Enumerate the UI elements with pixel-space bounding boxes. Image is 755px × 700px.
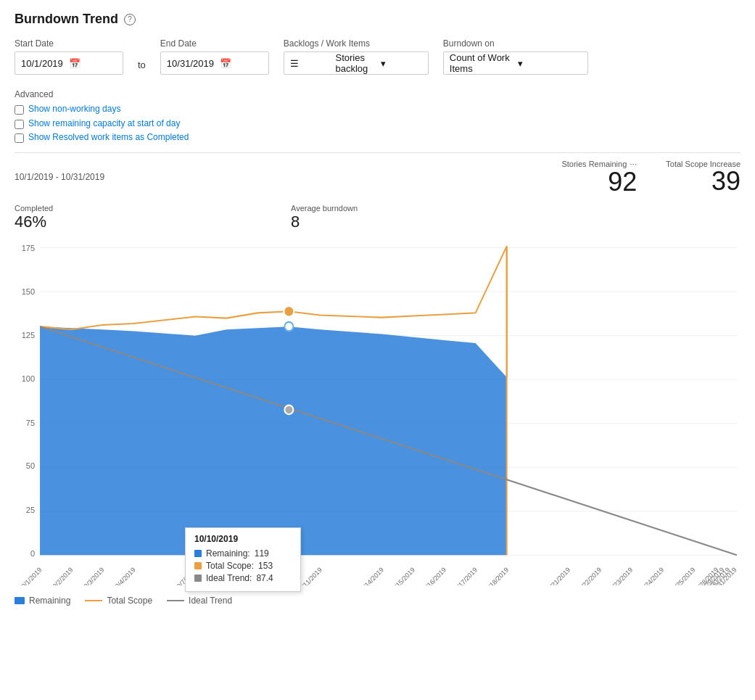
remaining-area [40, 326, 507, 555]
tooltip-remaining-label: Remaining: [206, 548, 250, 559]
to-separator: to [138, 59, 146, 75]
option3-row: Show Resolved work items as Completed [15, 132, 189, 144]
option1-checkbox[interactable] [15, 105, 24, 115]
stories-remaining-value: 92 [608, 169, 637, 195]
remaining-legend-label: Remaining [29, 596, 70, 606]
total-scope-dot [284, 306, 294, 317]
svg-text:50: 50 [26, 461, 35, 470]
backlogs-chevron-icon: ▾ [381, 58, 422, 69]
total-scope-legend: Total Scope [85, 596, 152, 606]
remaining-legend: Remaining [15, 596, 70, 606]
svg-text:10/14/2019: 10/14/2019 [357, 566, 385, 585]
backlogs-dropdown[interactable]: ☰ Stories backlog ▾ [284, 52, 429, 75]
backlog-icon: ☰ [290, 58, 331, 69]
option3-label[interactable]: Show Resolved work items as Completed [28, 132, 189, 144]
start-date-label: Start Date [15, 38, 123, 49]
svg-text:10/22/2019: 10/22/2019 [574, 566, 603, 585]
ideal-trend-legend-label: Ideal Trend [189, 596, 232, 606]
svg-text:10/23/2019: 10/23/2019 [606, 566, 634, 585]
completed-value: 46% [15, 213, 46, 231]
metrics-row: Completed 46% Average burndown 8 [15, 201, 740, 237]
svg-text:10/16/2019: 10/16/2019 [419, 566, 447, 585]
end-date-value: 10/31/2019 [167, 58, 214, 69]
stories-remaining-block: Stories Remaining ··· 92 [561, 159, 637, 195]
stats-right: Stories Remaining ··· 92 Total Scope Inc… [561, 159, 740, 195]
option2-row: Show remaining capacity at start of day [15, 118, 189, 130]
svg-text:125: 125 [22, 330, 35, 339]
ideal-trend-legend-line [167, 600, 184, 601]
remaining-dot [284, 322, 293, 332]
tooltip-scope-label: Total Scope: [206, 561, 254, 571]
tooltip-date: 10/10/2019 [194, 534, 292, 544]
svg-text:10/2/2019: 10/2/2019 [49, 566, 74, 585]
advanced-label: Advanced [15, 89, 189, 99]
tooltip-scope-swatch [194, 562, 202, 569]
tooltip-remaining-value: 119 [255, 548, 269, 559]
option3-checkbox[interactable] [15, 133, 24, 143]
burndown-group: Burndown on Count of Work Items ▾ [443, 38, 588, 75]
svg-text:0: 0 [30, 549, 35, 558]
end-date-group: End Date 10/31/2019 📅 [160, 38, 269, 75]
start-calendar-icon[interactable]: 📅 [69, 58, 81, 69]
total-scope-legend-label: Total Scope [107, 596, 152, 606]
backlogs-label: Backlogs / Work Items [284, 38, 429, 49]
tooltip-ideal-label: Ideal Trend: [206, 573, 252, 583]
date-range: 10/1/2019 - 10/31/2019 [15, 172, 104, 182]
chart-tooltip: 10/10/2019 Remaining: 119 Total Scope: 1… [185, 527, 301, 592]
chart-legend: Remaining Total Scope Ideal Trend [15, 591, 740, 606]
start-date-input[interactable]: 10/1/2019 📅 [15, 52, 123, 75]
chart-area: 175 150 125 100 75 50 25 0 [15, 237, 740, 585]
tooltip-ideal-row: Ideal Trend: 87.4 [194, 573, 292, 583]
option1-label[interactable]: Show non-working days [28, 104, 120, 115]
backlogs-group: Backlogs / Work Items ☰ Stories backlog … [284, 38, 429, 75]
burndown-label: Burndown on [443, 38, 588, 49]
svg-text:10/25/2019: 10/25/2019 [669, 566, 697, 585]
svg-text:175: 175 [22, 243, 35, 252]
total-scope-block: Total Scope Increase 39 [666, 160, 740, 194]
avg-burndown-label: Average burndown [291, 204, 358, 213]
stats-bar: 10/1/2019 - 10/31/2019 Stories Remaining… [15, 152, 740, 198]
end-date-label: End Date [160, 38, 269, 49]
start-date-group: Start Date 10/1/2019 📅 [15, 38, 123, 75]
svg-text:10/4/2019: 10/4/2019 [111, 566, 136, 585]
burndown-value: Count of Work Items [450, 52, 513, 74]
end-date-input[interactable]: 10/31/2019 📅 [160, 52, 269, 75]
tooltip-remaining-swatch [194, 550, 202, 557]
avg-burndown-value: 8 [291, 213, 300, 231]
burndown-dropdown[interactable]: Count of Work Items ▾ [443, 52, 588, 75]
ideal-dot [284, 405, 293, 414]
svg-text:75: 75 [26, 418, 35, 427]
completed-label: Completed [15, 204, 53, 213]
option2-label[interactable]: Show remaining capacity at start of day [28, 118, 180, 130]
option1-row: Show non-working days [15, 104, 189, 115]
svg-text:10/21/2019: 10/21/2019 [543, 566, 572, 585]
svg-text:10/18/2019: 10/18/2019 [482, 566, 510, 585]
avg-burndown-metric: Average burndown 8 [291, 204, 358, 231]
total-scope-legend-line [85, 600, 102, 601]
burndown-chart[interactable]: 175 150 125 100 75 50 25 0 [15, 237, 740, 585]
option2-checkbox[interactable] [15, 120, 24, 129]
svg-text:25: 25 [26, 505, 35, 514]
total-scope-value: 39 [711, 168, 740, 194]
tooltip-scope-value: 153 [258, 561, 273, 571]
advanced-section: Advanced Show non-working days Show rema… [15, 89, 189, 144]
remaining-legend-swatch [15, 597, 25, 604]
svg-text:150: 150 [22, 287, 35, 296]
tooltip-ideal-swatch [194, 575, 202, 582]
svg-text:10/1/2019: 10/1/2019 [17, 566, 43, 585]
tooltip-remaining-row: Remaining: 119 [194, 548, 292, 559]
svg-text:10/24/2019: 10/24/2019 [638, 566, 666, 585]
completed-metric: Completed 46% [15, 204, 53, 231]
end-calendar-icon[interactable]: 📅 [220, 58, 231, 69]
start-date-value: 10/1/2019 [21, 58, 63, 69]
burndown-chevron-icon: ▾ [518, 58, 582, 69]
tooltip-ideal-value: 87.4 [256, 573, 273, 583]
tooltip-scope-row: Total Scope: 153 [194, 561, 292, 571]
backlogs-value: Stories backlog [336, 52, 377, 74]
svg-text:100: 100 [22, 374, 35, 383]
page-title: Burndown Trend [15, 12, 118, 27]
ideal-trend-legend: Ideal Trend [167, 596, 232, 606]
help-icon[interactable]: ? [124, 14, 136, 25]
svg-text:10/3/2019: 10/3/2019 [80, 566, 105, 585]
svg-text:10/17/2019: 10/17/2019 [450, 566, 479, 585]
